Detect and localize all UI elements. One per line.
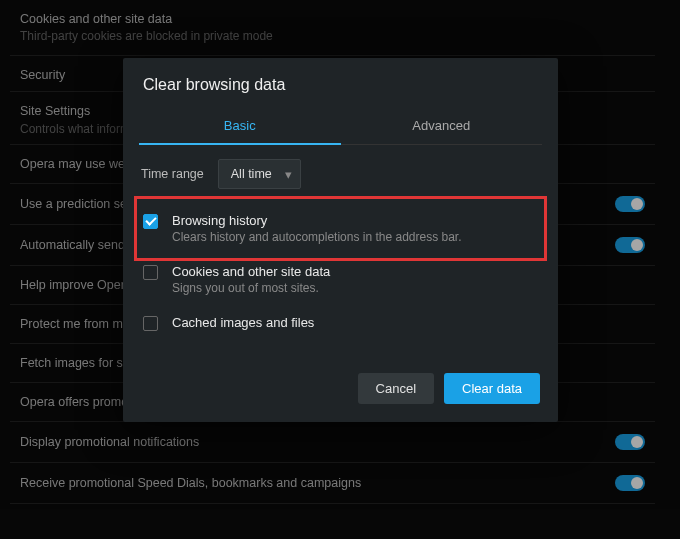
- option-cached[interactable]: Cached images and files: [141, 305, 540, 341]
- time-range-row: Time range All time ▾: [123, 145, 558, 203]
- option-title: Cached images and files: [172, 315, 538, 330]
- time-range-select[interactable]: All time ▾: [218, 159, 301, 189]
- dialog-actions: Cancel Clear data: [123, 359, 558, 422]
- clear-browsing-data-dialog: Clear browsing data Basic Advanced Time …: [123, 58, 558, 422]
- option-desc: Signs you out of most sites.: [172, 281, 538, 295]
- chevron-down-icon: ▾: [285, 167, 292, 182]
- time-range-value: All time: [231, 167, 272, 181]
- tab-advanced[interactable]: Advanced: [341, 108, 543, 144]
- clear-data-button[interactable]: Clear data: [444, 373, 540, 404]
- dialog-tabs: Basic Advanced: [139, 108, 542, 145]
- options-list: Browsing history Clears history and auto…: [123, 203, 558, 359]
- dialog-title: Clear browsing data: [123, 58, 558, 108]
- option-title: Browsing history: [172, 213, 530, 228]
- time-range-label: Time range: [141, 167, 204, 181]
- option-title: Cookies and other site data: [172, 264, 538, 279]
- option-cookies[interactable]: Cookies and other site data Signs you ou…: [141, 254, 540, 305]
- option-browsing-history[interactable]: Browsing history Clears history and auto…: [141, 203, 540, 254]
- checkbox[interactable]: [143, 265, 158, 280]
- cancel-button[interactable]: Cancel: [358, 373, 434, 404]
- tab-basic[interactable]: Basic: [139, 108, 341, 145]
- checkbox[interactable]: [143, 214, 158, 229]
- checkbox[interactable]: [143, 316, 158, 331]
- option-desc: Clears history and autocompletions in th…: [172, 230, 530, 244]
